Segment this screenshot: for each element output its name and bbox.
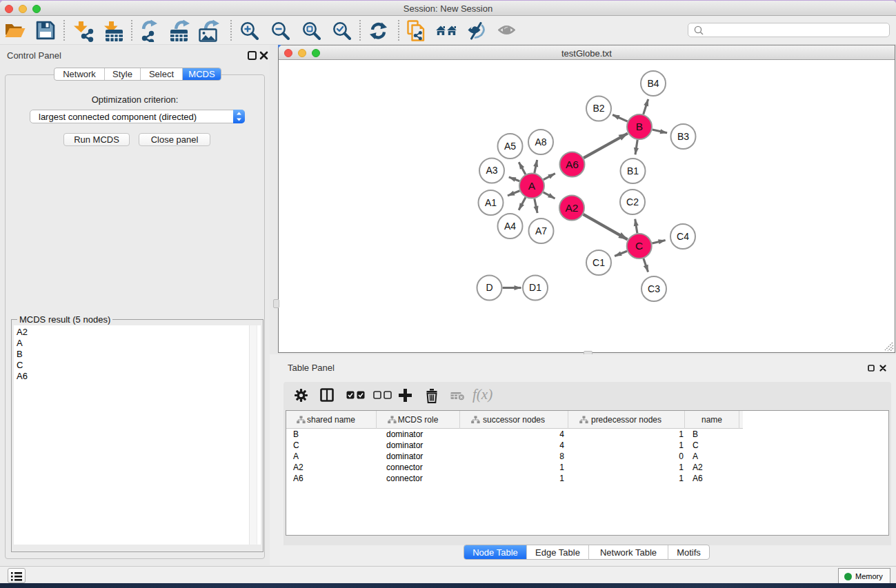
svg-text:A6: A6 [566,159,579,170]
svg-text:C: C [635,240,643,252]
svg-text:A5: A5 [504,141,516,152]
svg-text:C4: C4 [677,231,689,242]
svg-text:A8: A8 [535,136,546,148]
svg-text:B1: B1 [627,165,639,176]
svg-text:D: D [486,282,492,293]
svg-text:C1: C1 [593,257,605,268]
svg-text:A: A [528,180,536,192]
svg-text:B: B [636,121,643,132]
svg-text:B4: B4 [647,78,659,89]
svg-text:B3: B3 [677,131,689,142]
svg-text:A2: A2 [566,202,579,214]
svg-text:A7: A7 [535,225,547,236]
svg-text:D1: D1 [529,282,541,293]
svg-text:B2: B2 [593,103,604,114]
svg-text:C3: C3 [648,283,660,294]
svg-text:A3: A3 [486,165,497,176]
svg-text:A1: A1 [485,197,497,208]
svg-text:C2: C2 [626,196,639,207]
svg-text:A4: A4 [504,221,516,232]
